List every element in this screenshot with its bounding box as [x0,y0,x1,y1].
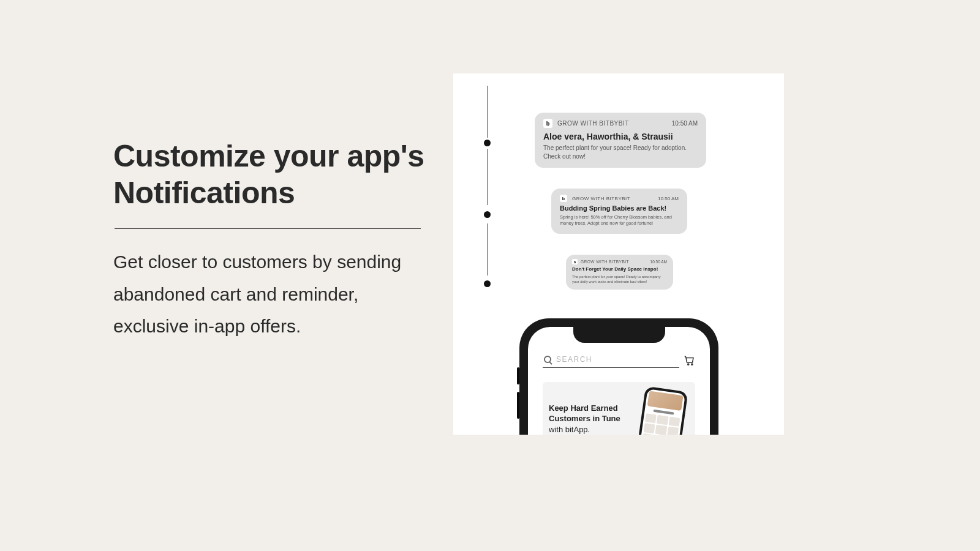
app-logo-icon: b [543,119,552,128]
page-title: Customize your app's Notifications [113,138,432,211]
search-input[interactable]: SEARCH [543,353,679,368]
notification-card: b GROW WITH BITBYBIT 10:50 AM Don't Forg… [566,255,673,290]
page-subtext: Get closer to customers by sending aband… [113,246,413,343]
search-icon [544,356,551,363]
phone-notch [573,327,665,343]
illustration-panel: b GROW WITH BITBYBIT 10:50 AM Aloe vera,… [453,73,784,435]
promo-headline: Keep Hard Earned Customers in Tune [549,403,620,424]
notification-card: b GROW WITH BITBYBIT 10:50 AM Budding Sp… [551,189,687,234]
notification-time: 10:50 AM [672,120,698,127]
title-divider [115,228,421,229]
notification-body: The perfect plant for your space! Ready … [543,144,698,160]
svg-point-1 [692,363,693,364]
notification-time: 10:50 AM [650,260,667,264]
promo-subline: with bitApp. [549,425,590,434]
search-placeholder: SEARCH [556,355,592,364]
notification-time: 10:50 AM [658,196,679,201]
svg-point-0 [688,363,689,364]
notification-app-name: GROW WITH BITBYBIT [581,260,647,264]
cart-icon[interactable] [684,355,695,366]
promo-card: Keep Hard Earned Customers in Tune with … [543,382,695,435]
notification-title: Aloe vera, Haworthia, & Strausii [543,132,698,141]
notification-title: Budding Spring Babies are Back! [560,204,679,212]
notification-app-name: GROW WITH BITBYBIT [557,120,667,127]
app-logo-icon: b [572,259,578,264]
notification-body: Spring is here! 50% off for Cherry Bloss… [560,214,679,227]
app-logo-icon: b [560,195,567,202]
notification-body: The perfect plant for your space! Ready … [572,274,667,284]
notification-title: Don't Forget Your Daily Space Inspo! [572,266,667,272]
promo-phone-illustration [638,386,688,435]
notification-app-name: GROW WITH BITBYBIT [572,196,653,201]
timeline [484,86,491,306]
notification-card: b GROW WITH BITBYBIT 10:50 AM Aloe vera,… [535,113,706,168]
phone-mockup: SEARCH Keep Hard Earned Customers in Tun… [519,318,718,435]
